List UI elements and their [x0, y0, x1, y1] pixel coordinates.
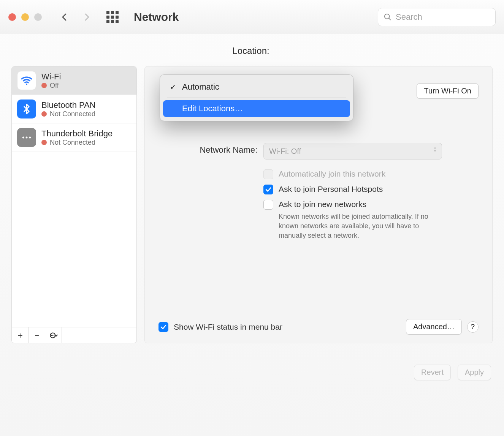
remove-service-button[interactable]: － [29, 327, 45, 343]
svg-point-9 [53, 335, 54, 336]
new-networks-label: Ask to join new networks [279, 200, 366, 209]
network-name-value: Wi-Fi: Off [269, 147, 301, 156]
bluetooth-icon [17, 100, 36, 118]
zoom-window-button[interactable] [34, 13, 42, 21]
svg-line-1 [389, 18, 391, 20]
svg-point-2 [26, 84, 27, 85]
svg-point-8 [51, 335, 52, 336]
service-status: Off [41, 82, 61, 90]
apply-button[interactable]: Apply [458, 365, 491, 380]
service-name: Thunderbolt Bridge [41, 129, 113, 139]
search-icon [384, 13, 392, 21]
status-dot-icon [41, 111, 47, 117]
minimize-window-button[interactable] [21, 13, 29, 21]
show-all-prefs-button[interactable] [106, 11, 119, 23]
hotspot-checkbox[interactable] [263, 185, 273, 194]
location-row: Location: [11, 46, 493, 56]
search-field[interactable]: Search [378, 8, 496, 26]
location-menu-item-automatic[interactable]: ✓ Automatic [163, 79, 350, 95]
network-name-select[interactable]: Wi-Fi: Off ˄˅ [263, 143, 442, 160]
service-thunderbolt-bridge[interactable]: Thunderbolt Bridge Not Connected [12, 123, 136, 152]
wifi-icon [17, 71, 36, 90]
back-button[interactable] [57, 9, 72, 25]
location-menu-item-label: Automatic [182, 82, 219, 92]
svg-point-4 [26, 137, 28, 139]
window-controls [8, 13, 42, 21]
new-networks-checkbox[interactable] [263, 200, 273, 210]
location-menu-edit[interactable]: Edit Locations… [163, 100, 350, 117]
service-list: Wi-Fi Off Bluetooth PAN Not Connected [12, 66, 136, 327]
svg-point-7 [52, 335, 53, 336]
page-footer: Revert Apply [0, 355, 504, 390]
content: Location: Wi-Fi Off [0, 34, 504, 355]
checkmark-icon [160, 324, 167, 330]
service-bluetooth-pan[interactable]: Bluetooth PAN Not Connected [12, 95, 136, 123]
forward-button[interactable] [79, 9, 94, 25]
thunderbolt-icon [17, 128, 36, 147]
revert-button[interactable]: Revert [414, 365, 451, 380]
chevron-updown-icon: ˄˅ [434, 148, 436, 154]
auto-join-label: Automatically join this network [279, 169, 385, 179]
menu-separator [167, 98, 346, 98]
service-name: Wi-Fi [41, 72, 61, 82]
service-sidebar: Wi-Fi Off Bluetooth PAN Not Connected [11, 66, 137, 343]
location-label: Location: [232, 46, 269, 56]
status-dot-icon [41, 83, 47, 88]
auto-join-checkbox [263, 169, 273, 179]
search-placeholder: Search [396, 12, 422, 22]
checkmark-icon: ✓ [170, 82, 178, 92]
location-menu: ✓ Automatic Edit Locations… [160, 74, 353, 121]
detail-bottom-bar: Show Wi-Fi status in menu bar Advanced… … [158, 319, 479, 335]
sidebar-footer: ＋ － [12, 327, 136, 343]
service-actions-button[interactable] [45, 327, 62, 343]
show-status-checkbox[interactable] [158, 322, 168, 332]
svg-point-3 [22, 137, 24, 139]
sidebar-footer-spacer [62, 327, 136, 343]
location-menu-item-label: Edit Locations… [182, 104, 243, 114]
close-window-button[interactable] [8, 13, 16, 21]
service-wifi[interactable]: Wi-Fi Off [12, 66, 136, 95]
svg-point-5 [29, 137, 31, 139]
new-networks-help: Known networks will be joined automatica… [279, 212, 446, 241]
checkmark-icon [265, 186, 272, 193]
advanced-button[interactable]: Advanced… [406, 319, 462, 335]
network-name-label: Network Name: [158, 143, 257, 155]
add-service-button[interactable]: ＋ [12, 327, 29, 343]
auto-join-row: Automatically join this network [263, 169, 479, 179]
show-status-label: Show Wi-Fi status in menu bar [174, 322, 282, 332]
service-status: Not Connected [41, 139, 113, 147]
service-name: Bluetooth PAN [41, 100, 96, 110]
help-button[interactable]: ? [467, 321, 479, 333]
page-title: Network [134, 11, 179, 24]
turn-wifi-on-button[interactable]: Turn Wi-Fi On [417, 83, 479, 99]
hotspot-label: Ask to join Personal Hotspots [279, 185, 383, 194]
service-status: Not Connected [41, 110, 96, 118]
status-dot-icon [41, 140, 47, 145]
hotspot-row: Ask to join Personal Hotspots [263, 185, 479, 194]
toolbar: Network Search [0, 0, 504, 34]
new-networks-row: Ask to join new networks Known networks … [263, 200, 479, 241]
